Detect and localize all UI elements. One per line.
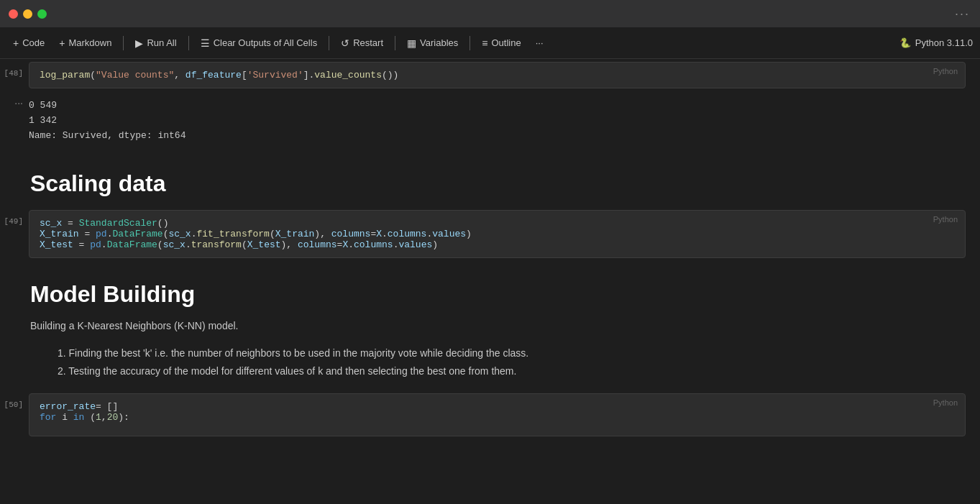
cell-50-wrapper: [50] Python error_rate= [] for i in (1,2…	[0, 390, 980, 439]
model-heading: Model Building	[0, 261, 980, 318]
restart-icon: ↺	[341, 37, 349, 49]
model-desc: Building a K-Nearest Neighbors (K-NN) mo…	[0, 318, 980, 344]
cell-48-output-dots: ···	[0, 94, 29, 109]
plus-icon-md: +	[59, 37, 65, 49]
more-label: ···	[536, 37, 544, 48]
cell-49-wrapper: [49] Python sc_x = StandardScaler() X_tr…	[0, 207, 980, 261]
title-bar-more-icon[interactable]: ···	[955, 6, 970, 22]
toolbar: + Code + Markdown ▶ Run All ☰ Clear Outp…	[0, 27, 980, 59]
outline-icon: ≡	[482, 37, 487, 49]
divider-4	[395, 36, 395, 50]
cell-48-wrapper: [48] Python log_param("Value counts", df…	[0, 59, 980, 91]
clear-outputs-button[interactable]: ☰ Clear Outputs of All Cells	[195, 34, 324, 52]
cell-50-line1: error_rate= []	[40, 401, 955, 412]
cell-49-line2: X_train = pd.DataFrame(sc_x.fit_transfor…	[40, 229, 955, 239]
run-all-icon: ▶	[135, 37, 143, 49]
markdown-label: Markdown	[68, 37, 111, 48]
divider-3	[329, 36, 329, 50]
clear-icon: ☰	[201, 37, 210, 49]
model-list-item1: 1. Finding the best 'k' i.e. the number …	[58, 344, 980, 362]
cell-49-code[interactable]: Python sc_x = StandardScaler() X_train =…	[29, 210, 966, 258]
output-line-3: Name: Survived, dtype: int64	[29, 129, 956, 144]
maximize-button[interactable]	[37, 9, 47, 19]
close-button[interactable]	[9, 9, 18, 19]
divider-1	[123, 36, 124, 50]
cell-50-line2: for i in (1,20):	[40, 412, 955, 423]
cell-48-output: 0 549 1 342 Name: Survived, dtype: int64	[29, 94, 966, 147]
plus-icon: +	[13, 37, 19, 49]
window-controls[interactable]	[9, 9, 47, 19]
python-indicator: 🐍 Python 3.11.0	[899, 37, 973, 48]
variables-button[interactable]: ▦ Variables	[401, 34, 464, 52]
cell-49-number: [49]	[0, 210, 29, 226]
cell-49-line3: X_test = pd.DataFrame(sc_x.transform(X_t…	[40, 239, 955, 250]
outline-label: Outline	[491, 37, 521, 48]
cell-49-lang: Python	[933, 215, 958, 224]
title-bar: ···	[0, 0, 980, 27]
cell-48-code-line1: log_param("Value counts", df_feature['Su…	[40, 70, 398, 81]
python-icon: 🐍	[899, 37, 911, 48]
cell-48-output-wrapper: ··· 0 549 1 342 Name: Survived, dtype: i…	[0, 91, 980, 150]
output-line-1: 0 549	[29, 98, 956, 114]
cell-50-lang: Python	[933, 398, 958, 407]
clear-outputs-label: Clear Outputs of All Cells	[214, 37, 318, 48]
cell-50-number: [50]	[0, 393, 29, 409]
run-all-button[interactable]: ▶ Run All	[129, 34, 182, 52]
markdown-button[interactable]: + Markdown	[53, 34, 117, 52]
scaling-heading: Scaling data	[0, 150, 980, 207]
cell-50-code[interactable]: Python error_rate= [] for i in (1,20):	[29, 393, 966, 436]
output-line-2: 1 342	[29, 114, 956, 129]
run-all-label: Run All	[147, 37, 176, 48]
minimize-button[interactable]	[23, 9, 32, 19]
restart-button[interactable]: ↺ Restart	[335, 34, 389, 52]
outline-button[interactable]: ≡ Outline	[476, 34, 526, 52]
cell-48-code[interactable]: Python log_param("Value counts", df_feat…	[29, 62, 966, 88]
python-label: Python 3.11.0	[915, 37, 973, 48]
model-list-item2: 2. Testing the accuracy of the model for…	[58, 362, 980, 380]
code-label: Code	[22, 37, 45, 48]
divider-2	[188, 36, 189, 50]
restart-label: Restart	[353, 37, 383, 48]
notebook-content: [48] Python log_param("Value counts", df…	[0, 59, 980, 504]
code-button[interactable]: + Code	[7, 34, 50, 52]
cell-49-line1: sc_x = StandardScaler()	[40, 218, 955, 229]
cell-48-lang: Python	[933, 67, 958, 75]
variables-icon: ▦	[407, 37, 416, 49]
variables-label: Variables	[420, 37, 458, 48]
model-list: 1. Finding the best 'k' i.e. the number …	[0, 344, 980, 390]
cell-48-number: [48]	[0, 62, 29, 78]
divider-5	[470, 36, 470, 50]
more-button[interactable]: ···	[530, 34, 549, 52]
